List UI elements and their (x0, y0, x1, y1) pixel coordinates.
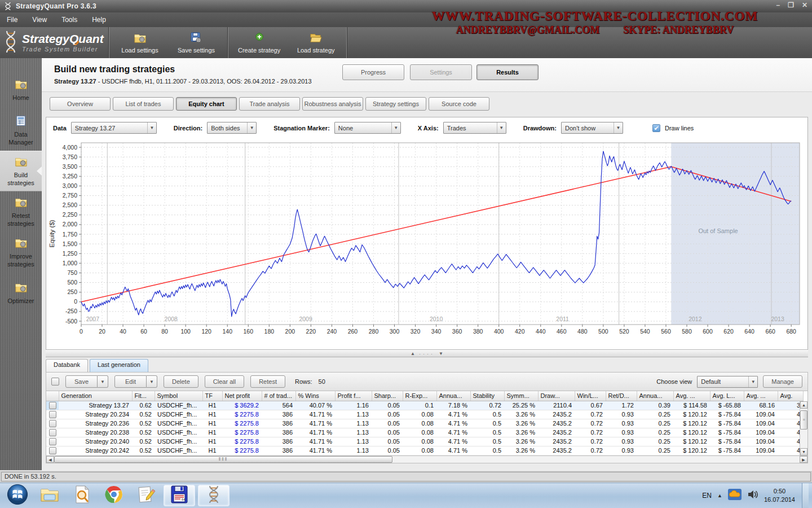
scroll-right-icon[interactable]: ▶ (800, 456, 807, 463)
table-vertical-scrollbar[interactable]: ▲ ≡ ▼ (800, 401, 807, 456)
progress-button[interactable]: Progress (342, 64, 404, 80)
column-header[interactable]: Profit f... (335, 391, 372, 401)
column-header[interactable]: Stability (470, 391, 504, 401)
taskbar-search-button[interactable] (67, 484, 96, 507)
column-header[interactable]: Annua... (436, 391, 470, 401)
retest-button[interactable]: Retest (250, 375, 285, 388)
scroll-left-icon[interactable]: ◀ (46, 456, 54, 463)
close-button[interactable]: ✕ (802, 1, 807, 9)
table-row[interactable]: Strategy 20.2380.52USDCHF_fh...H1$ 2275.… (46, 428, 803, 437)
taskbar-strategyquant-app-button[interactable] (198, 485, 230, 506)
table-row[interactable]: Strategy 20.2340.52USDCHF_fh...H1$ 2275.… (46, 410, 803, 419)
restore-button[interactable]: ❐ (788, 1, 794, 9)
splitter-up-icon[interactable]: ▲ (411, 351, 415, 356)
tab-strategy-settings[interactable]: Strategy settings (365, 97, 426, 111)
manage-button[interactable]: Manage (763, 375, 802, 388)
data-select[interactable]: Strategy 13.27▼ (71, 122, 157, 134)
column-header[interactable]: Draw... (538, 391, 575, 401)
sidebar-item-data-manager[interactable]: DataManager (0, 110, 42, 151)
tab-robustness-analysis[interactable]: Robustness analysis (302, 97, 363, 111)
row-checkbox[interactable] (49, 429, 56, 436)
row-checkbox[interactable] (49, 438, 56, 445)
column-header[interactable]: Avg. (778, 391, 803, 401)
load-settings-button[interactable]: Load settings (119, 32, 161, 54)
column-header[interactable]: Sharp... (372, 391, 403, 401)
menu-view[interactable]: View (32, 16, 47, 24)
speaker-icon[interactable] (747, 489, 758, 502)
create-strategy-button[interactable]: Create strategy (238, 32, 280, 54)
hscroll-thumb[interactable]: ⦀⦀⦀ (54, 456, 392, 463)
drawdown-select[interactable]: Don't show▼ (561, 122, 623, 134)
row-checkbox[interactable] (49, 402, 56, 409)
column-header[interactable]: Symm... (504, 391, 538, 401)
taskbar-clock[interactable]: 0:50 16.07.2014 (764, 487, 795, 504)
row-checkbox[interactable] (49, 411, 56, 418)
scroll-down-icon[interactable]: ▼ (800, 448, 807, 456)
start-button[interactable] (3, 484, 32, 507)
column-header[interactable]: # of trad... (262, 391, 295, 401)
scroll-up-icon[interactable]: ▲ (800, 401, 807, 409)
sidebar-item-improve-strategies[interactable]: Improvestrategies (0, 232, 42, 273)
sidebar-item-retest-strategies[interactable]: Reteststrategies (0, 191, 42, 232)
clear-all-button[interactable]: Clear all (205, 375, 244, 388)
delete-button[interactable]: Delete (164, 375, 198, 388)
save-settings-button[interactable]: Save settings (175, 32, 217, 54)
table-row[interactable]: Strategy 13.270.62USDCHF_fh...H1$ 3629.2… (46, 401, 803, 410)
menu-file[interactable]: File (7, 16, 17, 24)
taskbar-explorer-button[interactable] (35, 484, 64, 507)
taskbar-chrome-button[interactable] (99, 484, 129, 507)
row-checkbox[interactable] (49, 420, 56, 427)
edit-split-button[interactable]: Edit▼ (114, 375, 157, 388)
direction-select[interactable]: Both sides▼ (207, 122, 257, 134)
draw-lines-checkbox[interactable]: ✔ (652, 124, 660, 132)
column-header[interactable]: Generation (59, 391, 132, 401)
column-header[interactable]: % Wins (295, 391, 335, 401)
column-header[interactable]: Net profit (222, 391, 262, 401)
column-header[interactable]: Avg. L... (710, 391, 744, 401)
column-header[interactable]: Win/L... (575, 391, 606, 401)
menu-tools[interactable]: Tools (61, 16, 77, 24)
column-header[interactable]: Symbol (155, 391, 202, 401)
taskbar-floppy-app-button[interactable]: 64 (164, 485, 195, 506)
save-dropdown-arrow-icon[interactable]: ▼ (98, 375, 108, 388)
taskbar-notepad-button[interactable] (131, 484, 161, 507)
column-header[interactable]: R-Exp... (403, 391, 436, 401)
tab-last-generation[interactable]: Last generation (90, 359, 148, 372)
tab-list-of-trades[interactable]: List of trades (113, 97, 174, 111)
language-indicator[interactable]: EN (702, 492, 712, 500)
show-desktop-button[interactable] (802, 483, 809, 508)
column-header[interactable]: TF (202, 391, 222, 401)
sidebar-item-home[interactable]: Home (0, 69, 42, 110)
sidebar-item-optimizer[interactable]: Optimizer (0, 273, 42, 313)
table-row[interactable]: Strategy 20.2360.52USDCHF_fh...H1$ 2275.… (46, 419, 803, 428)
settings-button[interactable]: Settings (410, 64, 472, 80)
column-header[interactable]: Ret/D... (606, 391, 637, 401)
select-all-checkbox[interactable] (51, 378, 59, 386)
column-header[interactable]: Annua... (637, 391, 673, 401)
stagnation-marker-select[interactable]: None▼ (334, 122, 401, 134)
panel-splitter[interactable]: ▲ ···· ▼ (46, 350, 808, 357)
column-header[interactable]: Fit... (132, 391, 155, 401)
results-button[interactable]: Results (476, 64, 539, 80)
splitter-down-icon[interactable]: ▼ (439, 351, 443, 356)
menu-help[interactable]: Help (92, 16, 106, 24)
table-row[interactable]: Strategy 20.2420.52USDCHF_fh...H1$ 2275.… (46, 446, 803, 455)
tab-trade-analysis[interactable]: Trade analysis (239, 97, 300, 111)
minimize-button[interactable]: – (776, 1, 780, 9)
view-select[interactable]: Default▼ (697, 376, 758, 388)
tab-equity-chart[interactable]: Equity chart (176, 97, 237, 111)
column-header[interactable]: Avg. ... (673, 391, 710, 401)
sidebar-item-build-strategies[interactable]: Buildstrategies (0, 151, 42, 191)
x-axis-select[interactable]: Trades▼ (443, 122, 506, 134)
load-strategy-button[interactable]: Load strategy (295, 32, 337, 54)
vscroll-thumb[interactable]: ≡ (800, 410, 807, 430)
column-header[interactable]: Avg. ... (744, 391, 778, 401)
save-split-button[interactable]: Save▼ (65, 375, 108, 388)
table-row[interactable]: Strategy 20.2400.52USDCHF_fh...H1$ 2275.… (46, 437, 803, 446)
tab-databank[interactable]: Databank (46, 359, 88, 372)
table-horizontal-scrollbar[interactable]: ◀ ⦀⦀⦀ ▶ (46, 456, 807, 463)
cloud-icon[interactable] (728, 489, 742, 502)
edit-dropdown-arrow-icon[interactable]: ▼ (147, 375, 157, 388)
tray-expand-icon[interactable]: ▲ (717, 493, 722, 498)
tab-overview[interactable]: Overview (50, 97, 111, 111)
